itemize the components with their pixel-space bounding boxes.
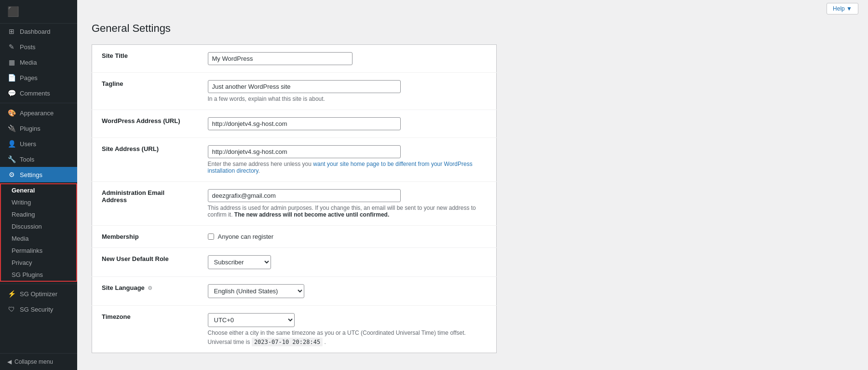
sidebar-item-sg-optimizer[interactable]: ⚡ SG Optimizer <box>0 286 77 301</box>
sidebar-item-label: Comments <box>20 90 50 97</box>
table-row: Administration Email Address This addres… <box>92 182 497 226</box>
field-label-site-language: Site Language ⚙ <box>92 277 198 306</box>
timezone-select[interactable]: UTC+0 UTC-5 UTC-8 UTC+1 UTC+5:30 <box>208 313 295 327</box>
wp-address-input[interactable] <box>208 117 401 130</box>
sidebar-item-media[interactable]: ▦ Media <box>0 55 77 70</box>
sidebar-item-users[interactable]: 👤 Users <box>0 136 77 151</box>
settings-table: Site Title Tagline In a few words, expla… <box>92 44 497 353</box>
membership-checkbox-label[interactable]: Anyone can register <box>218 233 274 240</box>
field-label-site-title: Site Title <box>92 45 198 73</box>
pages-icon: 📄 <box>7 74 16 82</box>
sidebar-item-label: Plugins <box>20 125 41 132</box>
language-icon: ⚙ <box>148 285 152 291</box>
comments-icon: 💬 <box>7 89 16 97</box>
field-cell-admin-email: This address is used for admin purposes.… <box>198 182 497 226</box>
topbar: Help ▼ <box>77 0 868 17</box>
posts-icon: ✎ <box>7 43 16 51</box>
table-row: New User Default Role Subscriber Contrib… <box>92 248 497 277</box>
admin-email-description: This address is used for admin purposes.… <box>208 205 487 218</box>
settings-icon: ⚙ <box>7 171 16 178</box>
submenu-item-sg-plugins[interactable]: SG Plugins <box>1 269 76 281</box>
sidebar-item-label: SG Security <box>20 306 53 313</box>
help-button[interactable]: Help ▼ <box>827 3 858 14</box>
sg-security-icon: 🛡 <box>7 305 16 313</box>
sidebar-item-label: Media <box>20 59 37 66</box>
table-row: Site Title <box>92 45 497 73</box>
site-address-description: Enter the same address here unless you w… <box>208 161 487 174</box>
field-label-membership: Membership <box>92 226 198 248</box>
sidebar-nav: ⊞ Dashboard ✎ Posts ▦ Media 📄 Pages 💬 Co… <box>0 24 77 317</box>
field-cell-default-role: Subscriber Contributor Author Editor Adm… <box>198 248 497 277</box>
content-area: General Settings Site Title Tagline In a… <box>77 17 511 368</box>
field-cell-site-address: Enter the same address here unless you w… <box>198 138 497 182</box>
users-icon: 👤 <box>7 140 16 148</box>
field-label-tagline: Tagline <box>92 73 198 110</box>
sidebar-divider-2 <box>0 284 77 284</box>
field-label-timezone: Timezone <box>92 306 198 353</box>
sidebar: ⬛ ⊞ Dashboard ✎ Posts ▦ Media 📄 Pages 💬 … <box>0 0 77 370</box>
sidebar-item-label: Settings <box>20 171 42 178</box>
submenu-item-discussion[interactable]: Discussion <box>1 220 76 233</box>
sidebar-item-appearance[interactable]: 🎨 Appearance <box>0 105 77 121</box>
sidebar-item-posts[interactable]: ✎ Posts <box>0 39 77 55</box>
appearance-icon: 🎨 <box>7 109 16 117</box>
admin-email-input[interactable] <box>208 189 401 202</box>
table-row: Site Address (URL) Enter the same addres… <box>92 138 497 182</box>
collapse-menu-button[interactable]: ◀ Collapse menu <box>0 353 77 370</box>
field-label-wp-address: WordPress Address (URL) <box>92 110 198 138</box>
default-role-select[interactable]: Subscriber Contributor Author Editor Adm… <box>208 255 271 269</box>
sidebar-item-label: Users <box>20 140 36 148</box>
media-icon: ▦ <box>7 58 16 66</box>
field-label-admin-email: Administration Email Address <box>92 182 198 226</box>
field-cell-timezone: UTC+0 UTC-5 UTC-8 UTC+1 UTC+5:30 Choose … <box>198 306 497 353</box>
membership-checkbox[interactable] <box>208 233 214 240</box>
collapse-icon: ◀ <box>7 358 12 365</box>
field-label-default-role: New User Default Role <box>92 248 198 277</box>
sidebar-item-pages[interactable]: 📄 Pages <box>0 70 77 85</box>
sidebar-divider <box>0 103 77 103</box>
field-cell-tagline: In a few words, explain what this site i… <box>198 73 497 110</box>
table-row: Timezone UTC+0 UTC-5 UTC-8 UTC+1 UTC+5:3… <box>92 306 497 353</box>
tagline-description: In a few words, explain what this site i… <box>208 96 487 102</box>
wp-logo-icon: ⬛ <box>7 6 19 17</box>
sidebar-item-plugins[interactable]: 🔌 Plugins <box>0 121 77 136</box>
sidebar-item-tools[interactable]: 🔧 Tools <box>0 151 77 167</box>
sg-optimizer-icon: ⚡ <box>7 290 16 298</box>
sidebar-item-settings[interactable]: ⚙ Settings <box>0 167 77 182</box>
site-language-select[interactable]: English (United States) English (UK) Fre… <box>208 284 304 298</box>
membership-checkbox-row: Anyone can register <box>208 233 487 240</box>
field-label-site-address: Site Address (URL) <box>92 138 198 182</box>
submenu-item-permalinks[interactable]: Permalinks <box>1 245 76 257</box>
table-row: Membership Anyone can register <box>92 226 497 248</box>
site-title-input[interactable] <box>208 52 353 65</box>
site-address-input[interactable] <box>208 145 401 158</box>
tagline-input[interactable] <box>208 80 401 93</box>
sidebar-brand: ⬛ <box>0 0 77 24</box>
table-row: Site Language ⚙ English (United States) … <box>92 277 497 306</box>
field-cell-wp-address <box>198 110 497 138</box>
plugins-icon: 🔌 <box>7 124 16 132</box>
sidebar-item-sg-security[interactable]: 🛡 SG Security <box>0 301 77 317</box>
submenu-item-writing[interactable]: Writing <box>1 196 76 208</box>
page-title: General Settings <box>92 22 497 35</box>
sidebar-item-comments[interactable]: 💬 Comments <box>0 85 77 101</box>
field-cell-site-language: English (United States) English (UK) Fre… <box>198 277 497 306</box>
sidebar-item-label: Posts <box>20 43 36 51</box>
sidebar-item-label: Appearance <box>20 110 54 117</box>
universal-time: Universal time is 2023-07-10 20:28:45 . <box>208 339 487 345</box>
main-content: Help ▼ General Settings Site Title Tagli… <box>77 0 868 370</box>
table-row: Tagline In a few words, explain what thi… <box>92 73 497 110</box>
field-cell-membership: Anyone can register <box>198 226 497 248</box>
universal-time-value: 2023-07-10 20:28:45 <box>252 338 323 346</box>
sidebar-item-label: SG Optimizer <box>20 290 57 298</box>
settings-submenu: General Writing Reading Discussion Media… <box>0 183 77 282</box>
submenu-item-privacy[interactable]: Privacy <box>1 257 76 269</box>
tools-icon: 🔧 <box>7 155 16 163</box>
submenu-item-reading[interactable]: Reading <box>1 208 76 220</box>
timezone-description: Choose either a city in the same timezon… <box>208 329 487 336</box>
submenu-item-media[interactable]: Media <box>1 233 76 245</box>
sidebar-item-dashboard[interactable]: ⊞ Dashboard <box>0 24 77 39</box>
submenu-item-general[interactable]: General <box>1 184 76 196</box>
dashboard-icon: ⊞ <box>7 27 16 35</box>
sidebar-item-label: Dashboard <box>20 28 51 35</box>
